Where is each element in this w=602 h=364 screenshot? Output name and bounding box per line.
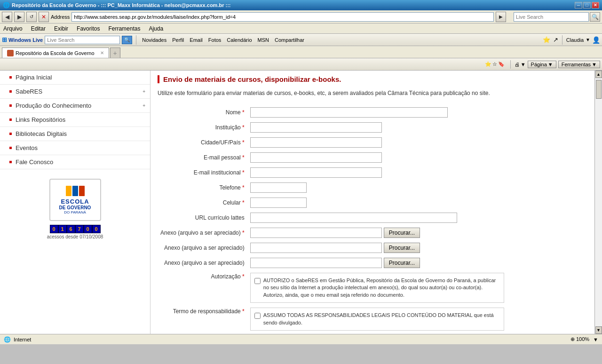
- responsabilidade-box: ASSUMO TODAS AS RESPONSABILIDADES LEGAIS…: [250, 308, 504, 331]
- sidebar-label-pagina-inicial: Página Inicial: [16, 74, 52, 81]
- sidebar-item-producao[interactable]: Produção do Conhecimento +: [0, 99, 150, 113]
- wl-email[interactable]: Email: [188, 37, 205, 43]
- email-institucional-input[interactable]: [250, 167, 382, 178]
- search-button[interactable]: 🔍: [590, 12, 600, 22]
- sidebar-label-fale: Fale Conosco: [16, 158, 53, 166]
- menu-ajuda[interactable]: Ajuda: [147, 25, 165, 32]
- browse3-button[interactable]: Procurar...: [384, 258, 420, 268]
- wl-search-input[interactable]: [45, 36, 120, 44]
- tab-label: Repositório da Escola de Governo: [16, 50, 95, 56]
- digit-2: 6: [67, 225, 75, 233]
- anexo2-input[interactable]: [250, 243, 382, 253]
- menu-arquivo[interactable]: Arquivo: [2, 25, 24, 32]
- do-parana-label: DO PARANÁ: [64, 210, 86, 214]
- sidebar-item-pagina-inicial[interactable]: Página Inicial: [0, 71, 150, 85]
- separator2: [562, 35, 562, 45]
- zone-label: Internet: [14, 337, 31, 342]
- go-button[interactable]: ▶: [496, 12, 506, 22]
- counter-info: acessos desde 07/10/2008: [47, 234, 103, 239]
- anexo3-input[interactable]: [250, 258, 382, 268]
- sidebar-item-links[interactable]: Links Repositórios: [0, 113, 150, 127]
- anexo1-label: Anexo (arquivo a ser apreciado) *: [158, 225, 247, 240]
- menu-ferramentas[interactable]: Ferramentas: [107, 25, 142, 32]
- sidebar-label-eventos: Eventos: [16, 144, 38, 151]
- windows-live-logo: ⊞ Windows Live: [2, 36, 43, 43]
- de-governo-label: DE GOVERNO: [59, 205, 91, 210]
- titlebar: 🌐 Repositório da Escola de Governo - :::…: [0, 0, 602, 10]
- wl-compartilhar[interactable]: Compartilhar: [273, 37, 306, 43]
- wl-perfil[interactable]: Perfil: [170, 37, 186, 43]
- browse1-button[interactable]: Procurar...: [384, 228, 420, 238]
- digit-5: 0: [92, 225, 101, 233]
- wl-novidades[interactable]: Novidades: [140, 37, 168, 43]
- back-button[interactable]: ◀: [2, 12, 12, 22]
- telefone-label: Telefone *: [158, 180, 247, 195]
- ferramentas-button[interactable]: Ferramentas ▼: [558, 61, 600, 68]
- anexo2-label: Anexo (arquivo a ser apreciado): [158, 240, 247, 255]
- forward-button[interactable]: ▶: [14, 12, 24, 22]
- pagina-button[interactable]: Página ▼: [528, 61, 556, 68]
- pagina-dropdown-icon: ▼: [548, 62, 553, 67]
- instituicao-input[interactable]: [250, 122, 382, 133]
- celular-label: Celular *: [158, 195, 247, 210]
- nome-input[interactable]: [250, 107, 448, 118]
- windows-live-label: Windows Live: [8, 37, 43, 43]
- menu-exibir[interactable]: Exibir: [53, 25, 70, 32]
- responsabilidade-checkbox[interactable]: [254, 313, 261, 319]
- wl-calendario[interactable]: Calendário: [225, 37, 253, 43]
- refresh-button[interactable]: ↺: [26, 12, 37, 22]
- tab-repositorio[interactable]: Repositório da Escola de Governo ✕: [2, 47, 109, 58]
- expand-icon-producao: +: [143, 103, 145, 108]
- minimize-button[interactable]: ─: [575, 2, 582, 8]
- telefone-input[interactable]: [250, 182, 307, 193]
- wl-right-area: ⭐ ↗ Claudia ▼ 👤: [543, 35, 600, 45]
- zoom-dropdown[interactable]: ▼: [593, 337, 598, 342]
- anexo1-input[interactable]: [250, 228, 382, 238]
- sidebar-item-fale[interactable]: Fale Conosco: [0, 155, 150, 169]
- new-tab-button[interactable]: +: [110, 47, 120, 58]
- sidebar-item-bibliotecas[interactable]: Bibliotecas Digitais: [0, 127, 150, 141]
- menu-favoritos[interactable]: Favoritos: [75, 25, 101, 32]
- wl-search-button[interactable]: 🔍: [122, 36, 132, 44]
- sidebar-label-saberes: SabeRES: [16, 88, 42, 95]
- window-title: Repositório da Escola de Governo - ::: P…: [12, 2, 231, 8]
- wl-fotos[interactable]: Fotos: [206, 37, 223, 43]
- celular-input[interactable]: [250, 198, 307, 208]
- maximize-button[interactable]: □: [583, 2, 591, 8]
- menu-editar[interactable]: Editar: [30, 25, 47, 32]
- browse2-button[interactable]: Procurar...: [384, 243, 420, 253]
- email-pessoal-label: E-mail pessoal *: [158, 150, 247, 165]
- tab-icon: [7, 50, 14, 56]
- tab-close-icon[interactable]: ✕: [100, 50, 104, 55]
- ferramentas-label: Ferramentas: [562, 62, 591, 67]
- sidebar-item-eventos[interactable]: Eventos: [0, 141, 150, 155]
- sidebar-label-bibliotecas: Bibliotecas Digitais: [16, 130, 67, 137]
- sidebar-item-saberes[interactable]: SabeRES +: [0, 85, 150, 99]
- cidade-input[interactable]: [250, 137, 382, 148]
- escola-logo-area: ESCOLA DE GOVERNO DO PARANÁ 0 1 6 7 0 0 …: [0, 169, 150, 249]
- wl-msn[interactable]: MSN: [256, 37, 271, 43]
- autorizacao-box: AUTORIZO o SabeRES em Gestão Pública, Re…: [250, 273, 504, 303]
- expand-icon-saberes: +: [143, 89, 145, 94]
- responsabilidade-text: ASSUMO TODAS AS RESPONSABILIDADES LEGAIS…: [263, 312, 500, 326]
- autorizacao-checkbox[interactable]: [254, 278, 261, 284]
- digit-3: 7: [75, 225, 84, 233]
- wl-user-label: Claudia: [566, 37, 584, 43]
- main-area: Página Inicial SabeRES + Produção do Con…: [0, 71, 602, 334]
- url-lattes-input[interactable]: [250, 213, 457, 223]
- autorizacao-label: Autorização *: [158, 270, 247, 305]
- autorizacao-text: AUTORIZO o SabeRES em Gestão Pública, Re…: [263, 277, 500, 299]
- search-input[interactable]: [514, 12, 589, 22]
- email-pessoal-input[interactable]: [250, 152, 382, 163]
- digit-4: 0: [84, 225, 92, 233]
- wl-user-dropdown[interactable]: ▼: [586, 37, 590, 42]
- submission-form: Nome * Instituição * Cidade/UF/País * E-…: [158, 105, 587, 334]
- stop-button[interactable]: ✕: [39, 12, 49, 22]
- scrollbar-right[interactable]: ▲ ▼: [594, 71, 602, 334]
- address-input[interactable]: [71, 12, 494, 22]
- cidade-label: Cidade/UF/País *: [158, 135, 247, 150]
- close-button[interactable]: ✕: [592, 2, 599, 8]
- submit-label-cell: [158, 333, 247, 334]
- address-label: Address: [51, 14, 70, 20]
- sidebar: Página Inicial SabeRES + Produção do Con…: [0, 71, 150, 334]
